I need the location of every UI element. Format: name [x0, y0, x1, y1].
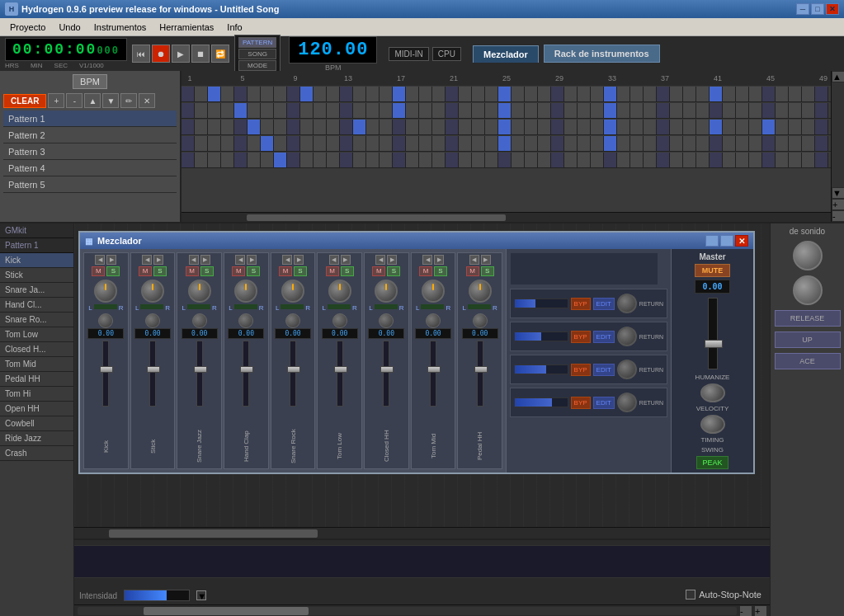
pcell[interactable]	[538, 87, 551, 101]
pcell[interactable]	[353, 120, 366, 134]
ch-mute-btn[interactable]: M	[466, 266, 479, 276]
pcell[interactable]	[459, 120, 472, 134]
ch-fx-knob[interactable]	[473, 313, 488, 328]
beat-scroll-thumb[interactable]	[109, 529, 318, 538]
ch-fader-handle[interactable]	[240, 366, 253, 373]
pcell[interactable]	[195, 153, 208, 167]
pcell[interactable]	[696, 103, 710, 118]
pattern-label-1[interactable]: Pattern 1	[3, 111, 177, 127]
pcell[interactable]	[762, 103, 776, 118]
pcell[interactable]	[564, 136, 578, 151]
pcell[interactable]	[274, 87, 287, 101]
pcell[interactable]	[525, 87, 538, 101]
pcell[interactable]	[683, 120, 696, 134]
ch-prev-btn[interactable]: ◀	[375, 255, 385, 265]
pcell[interactable]	[366, 103, 380, 118]
pcell[interactable]	[340, 136, 353, 151]
menu-proyecto[interactable]: Proyecto	[3, 21, 52, 34]
pcell[interactable]	[749, 120, 762, 134]
pcell[interactable]	[432, 120, 446, 134]
pcell[interactable]	[551, 120, 564, 134]
ch-next-btn[interactable]: ▶	[434, 255, 444, 265]
pcell[interactable]	[670, 153, 683, 167]
pcell[interactable]	[248, 103, 261, 118]
pcell[interactable]	[221, 153, 234, 167]
pcell[interactable]	[657, 120, 670, 134]
ch-prev-btn[interactable]: ◀	[422, 255, 432, 265]
pcell[interactable]	[432, 136, 446, 151]
pcell[interactable]	[248, 153, 261, 167]
pcell[interactable]	[234, 120, 248, 134]
pcell[interactable]	[248, 136, 261, 151]
ch-prev-btn[interactable]: ◀	[282, 255, 292, 265]
pcell[interactable]	[287, 87, 300, 101]
pcell[interactable]	[432, 103, 446, 118]
pcell[interactable]	[723, 153, 736, 167]
ch-fx-knob[interactable]	[192, 313, 207, 328]
pcell[interactable]	[604, 136, 617, 151]
pcell[interactable]	[393, 103, 406, 118]
ch-solo-btn[interactable]: S	[341, 266, 354, 276]
pcell[interactable]	[538, 103, 551, 118]
drum-list-item-9[interactable]: Tom Hi	[0, 387, 73, 402]
pcell[interactable]	[195, 103, 208, 118]
pcell[interactable]	[300, 120, 314, 134]
pcell[interactable]	[696, 153, 710, 167]
pcell[interactable]	[762, 136, 776, 151]
pattern-label-5[interactable]: Pattern 5	[3, 176, 177, 193]
pcell[interactable]	[472, 120, 485, 134]
drum-list-item-8[interactable]: Pedal HH	[0, 372, 73, 387]
ch-next-btn[interactable]: ▶	[200, 255, 210, 265]
ch-next-btn[interactable]: ▶	[294, 255, 304, 265]
pcell[interactable]	[472, 103, 485, 118]
pcell[interactable]	[234, 136, 248, 151]
fx-byp-btn-1[interactable]: BYP	[571, 331, 591, 343]
pcell[interactable]	[459, 136, 472, 151]
scroll-left-btn[interactable]: -	[740, 606, 752, 616]
pcell[interactable]	[406, 103, 419, 118]
pcell[interactable]	[221, 120, 234, 134]
pcell[interactable]	[419, 136, 432, 151]
ch-prev-btn[interactable]: ◀	[235, 255, 245, 265]
pcell[interactable]	[208, 136, 221, 151]
pcell[interactable]	[221, 136, 234, 151]
pcell[interactable]	[670, 120, 683, 134]
pcell[interactable]	[353, 103, 366, 118]
pcell[interactable]	[380, 120, 393, 134]
ch-solo-btn[interactable]: S	[200, 266, 214, 276]
pcell[interactable]	[446, 120, 459, 134]
pcell[interactable]	[736, 120, 749, 134]
pattern-label-4[interactable]: Pattern 4	[3, 160, 177, 176]
pcell[interactable]	[802, 136, 815, 151]
pcell[interactable]	[815, 136, 828, 151]
add-button[interactable]: +	[48, 93, 64, 108]
pcell[interactable]	[406, 120, 419, 134]
auto-stop-checkbox[interactable]	[686, 590, 695, 600]
pcell[interactable]	[261, 136, 274, 151]
pcell[interactable]	[525, 136, 538, 151]
pcell[interactable]	[802, 120, 815, 134]
pcell[interactable]	[393, 136, 406, 151]
pcell[interactable]	[776, 87, 789, 101]
pcell[interactable]	[512, 103, 525, 118]
pcell[interactable]	[485, 103, 498, 118]
ch-fader-handle[interactable]	[194, 366, 207, 373]
pcell[interactable]	[300, 87, 314, 101]
pattern-label-3[interactable]: Pattern 3	[3, 143, 177, 160]
pcell[interactable]	[182, 136, 195, 151]
pcell[interactable]	[459, 87, 472, 101]
pcell[interactable]	[564, 153, 578, 167]
ace-btn[interactable]: ACE	[775, 353, 841, 369]
ch-fx-knob[interactable]	[426, 313, 441, 328]
pcell[interactable]	[472, 87, 485, 101]
clear-button[interactable]: CLEAR	[3, 94, 46, 108]
drum-list-item-2[interactable]: Snare Ja...	[0, 283, 73, 298]
pcell[interactable]	[644, 136, 657, 151]
pcell[interactable]	[710, 120, 723, 134]
pcell[interactable]	[657, 153, 670, 167]
pcell[interactable]	[195, 120, 208, 134]
right-knob-2[interactable]	[793, 275, 823, 305]
pcell[interactable]	[670, 87, 683, 101]
pcell[interactable]	[274, 136, 287, 151]
ch-pan-knob[interactable]	[328, 280, 351, 303]
